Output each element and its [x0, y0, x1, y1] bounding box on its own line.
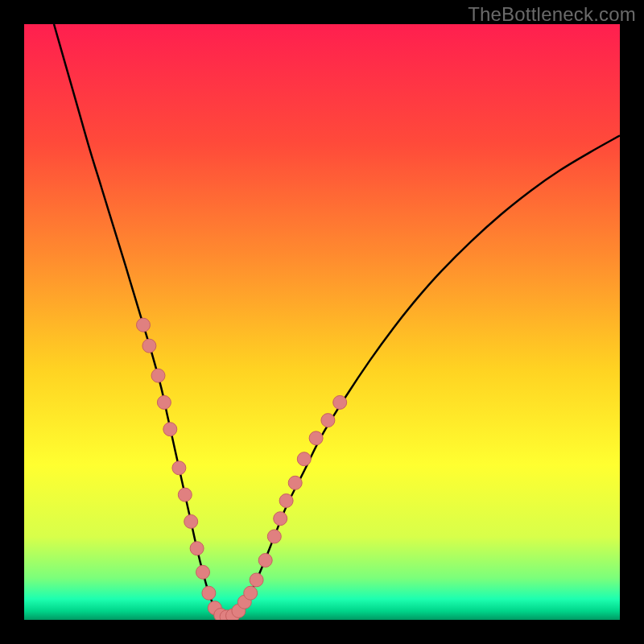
- chart-marker: [258, 554, 272, 568]
- chart-marker: [196, 565, 210, 579]
- chart-marker: [157, 395, 171, 409]
- chart-marker: [250, 573, 263, 587]
- chart-svg: [24, 24, 620, 620]
- chart-marker: [288, 476, 302, 489]
- chart-marker: [163, 423, 177, 436]
- chart-marker: [297, 452, 311, 466]
- chart-plot-area: [24, 24, 620, 620]
- chart-marker: [202, 586, 216, 600]
- chart-marker: [142, 339, 156, 353]
- chart-marker: [333, 395, 347, 409]
- chart-stage: TheBottleneck.com: [0, 0, 644, 644]
- chart-marker: [274, 512, 287, 526]
- chart-marker: [279, 494, 293, 508]
- chart-background-gradient: [24, 24, 620, 620]
- chart-marker: [321, 414, 335, 427]
- chart-marker: [184, 514, 198, 528]
- chart-marker: [178, 488, 192, 502]
- chart-marker: [137, 318, 151, 332]
- watermark-text: TheBottleneck.com: [468, 3, 636, 26]
- chart-marker: [151, 369, 165, 382]
- chart-marker: [267, 530, 281, 543]
- chart-marker: [190, 542, 204, 555]
- chart-marker: [309, 431, 323, 445]
- chart-marker: [244, 586, 258, 600]
- chart-marker: [172, 461, 186, 475]
